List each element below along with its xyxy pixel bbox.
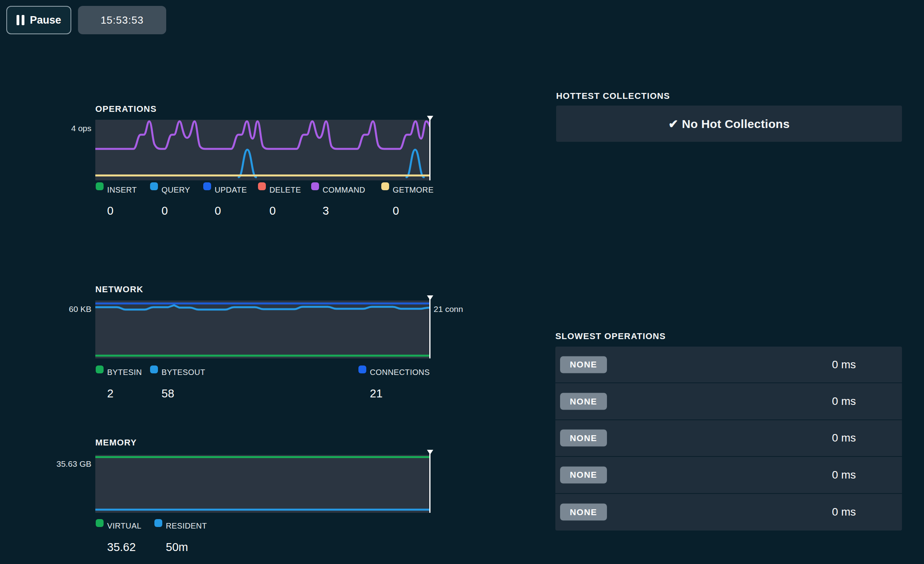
operation-none-badge: NONE [560, 393, 607, 410]
virtual-label: VIRTUAL [107, 521, 141, 531]
operation-duration: 0 ms [832, 395, 856, 408]
network-chart [95, 301, 430, 358]
clock-time: 15:53:53 [100, 14, 143, 26]
bytesin-swatch-icon [96, 365, 104, 373]
slowest-operation-row: NONE 0 ms [555, 383, 902, 420]
virtual-value: 35.62 [107, 541, 136, 553]
operation-none-badge: NONE [560, 430, 607, 447]
operation-duration: 0 ms [832, 506, 856, 518]
operation-none-badge: NONE [560, 504, 607, 521]
query-label: QUERY [161, 185, 190, 195]
delete-value: 0 [269, 204, 276, 217]
network-y-axis-label: 60 KB [24, 304, 91, 314]
operation-none-badge: NONE [560, 466, 607, 483]
network-time-cursor-arrow [427, 295, 433, 300]
operations-chart [95, 120, 430, 180]
command-label: COMMAND [323, 185, 365, 195]
network-title: NETWORK [95, 284, 143, 295]
connections-value: 21 [370, 387, 382, 400]
operation-duration: 0 ms [832, 432, 856, 444]
memory-y-axis-label: 35.63 GB [24, 459, 91, 469]
memory-chart [95, 455, 430, 513]
operations-y-axis-label: 4 ops [24, 123, 91, 134]
bytesin-label: BYTESIN [107, 367, 142, 377]
bytesout-label: BYTESOUT [161, 367, 205, 377]
bytesout-value: 58 [161, 387, 174, 400]
slowest-operations-title: SLOWEST OPERATIONS [555, 331, 666, 341]
bytesin-value: 2 [107, 387, 113, 400]
hottest-collections-panel: ✔ No Hot Collections [556, 106, 902, 142]
resident-label: RESIDENT [166, 521, 207, 531]
pause-button-label: Pause [30, 14, 61, 26]
hottest-collections-title: HOTTEST COLLECTIONS [556, 91, 670, 101]
operations-chart-lines [95, 120, 430, 180]
slowest-operation-row: NONE 0 ms [555, 420, 902, 457]
getmore-value: 0 [393, 204, 399, 217]
pause-icon [17, 15, 24, 25]
operation-duration: 0 ms [832, 469, 856, 481]
resident-swatch-icon [154, 519, 162, 527]
operation-none-badge: NONE [560, 356, 607, 373]
clock-display: 15:53:53 [78, 6, 166, 34]
slowest-operations-panel: NONE 0 ms NONE 0 ms NONE 0 ms NONE 0 ms … [555, 347, 902, 531]
operations-time-cursor-arrow [427, 116, 433, 121]
memory-time-cursor-arrow [427, 450, 433, 455]
connections-label: CONNECTIONS [370, 367, 430, 377]
operations-title: OPERATIONS [95, 104, 157, 114]
delete-swatch-icon [258, 182, 266, 190]
insert-swatch-icon [96, 182, 104, 190]
network-right-axis-label: 21 conn [434, 304, 463, 314]
query-swatch-icon [150, 182, 158, 190]
virtual-swatch-icon [96, 519, 104, 527]
connections-swatch-icon [358, 365, 366, 373]
memory-title: MEMORY [95, 438, 137, 448]
slowest-operation-row: NONE 0 ms [555, 347, 902, 383]
no-hot-collections-message: ✔ No Hot Collections [556, 106, 902, 142]
resident-value: 50m [166, 541, 188, 553]
memory-chart-lines [95, 455, 430, 513]
slowest-operation-row: NONE 0 ms [555, 457, 902, 494]
update-swatch-icon [203, 182, 211, 190]
pause-button[interactable]: Pause [6, 6, 71, 34]
command-swatch-icon [311, 182, 319, 190]
insert-label: INSERT [107, 185, 137, 195]
network-chart-lines [95, 301, 430, 358]
update-value: 0 [215, 204, 221, 217]
network-time-cursor [429, 298, 430, 358]
delete-label: DELETE [269, 185, 301, 195]
bytesout-swatch-icon [150, 365, 158, 373]
slowest-operation-row: NONE 0 ms [555, 494, 902, 531]
update-label: UPDATE [215, 185, 247, 195]
query-value: 0 [161, 204, 168, 217]
operation-duration: 0 ms [832, 358, 856, 371]
operations-time-cursor [429, 118, 430, 180]
getmore-swatch-icon [381, 182, 389, 190]
insert-value: 0 [107, 204, 113, 217]
memory-time-cursor [429, 452, 430, 513]
getmore-label: GETMORE [393, 185, 434, 195]
command-value: 3 [323, 204, 329, 217]
